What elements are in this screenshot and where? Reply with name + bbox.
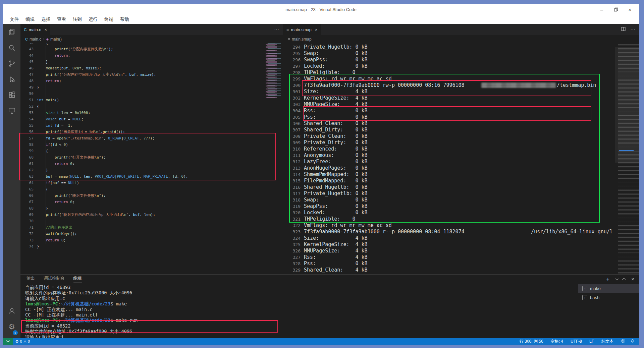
- symbol-icon: ◈: [46, 37, 49, 41]
- code-line: 64 if(buf == NULL): [20, 180, 283, 186]
- tab-main-smap[interactable]: ≡ main.smap ×: [283, 24, 321, 35]
- menu-item[interactable]: 选择: [38, 15, 54, 24]
- tab-main-c[interactable]: C main.c ×: [20, 24, 50, 35]
- line-number: 315: [283, 178, 301, 184]
- more-actions-icon[interactable]: ⋯: [630, 27, 636, 33]
- warning-count: 0: [28, 339, 30, 343]
- code-line: 71 //防止程序退出: [20, 224, 283, 231]
- code-editor-main-smap[interactable]: 294Private_Hugetlb: 0 kB295Swap: 0 kB296…: [283, 43, 639, 274]
- maximize-panel-icon[interactable]: [622, 278, 626, 281]
- terminal-output[interactable]: 当前应用id = 46393映射文件的内存地址:0x7fcc25a93000 大…: [20, 284, 578, 338]
- menu-item[interactable]: 帮助: [117, 15, 132, 24]
- line-number: 42: [20, 43, 34, 46]
- line-number: 47: [20, 71, 34, 78]
- terminal-instance-bash[interactable]: ›bash: [578, 293, 639, 302]
- line-number: 294: [283, 44, 301, 50]
- menu-item[interactable]: 运行: [85, 15, 101, 24]
- terminal-icon: ›: [582, 286, 587, 291]
- account-icon[interactable]: [3, 303, 20, 319]
- activity-bar: ⚙ 1: [3, 24, 20, 338]
- menu-item[interactable]: 终端: [101, 15, 117, 24]
- more-actions-icon[interactable]: ⋯: [274, 27, 279, 33]
- panel-tab[interactable]: 调试控制台: [44, 276, 65, 283]
- terminal-instance-make[interactable]: ›make: [578, 284, 639, 293]
- close-panel-icon[interactable]: ×: [631, 276, 634, 282]
- source-control-icon[interactable]: [3, 56, 20, 71]
- line-number: 313: [283, 165, 301, 171]
- terminal-line: lmos@lmos-PC:~/计算机基础/code/23$ make run: [25, 317, 578, 323]
- status-item[interactable]: UTF-8: [571, 339, 582, 344]
- search-icon[interactable]: [3, 40, 20, 56]
- line-number: 302: [283, 95, 301, 101]
- menu-bar: 文件编辑选择查看转到运行终端帮助: [3, 15, 639, 24]
- breadcrumb-right[interactable]: ≡ main.smap: [283, 35, 639, 43]
- panel-tab[interactable]: 终端: [73, 276, 82, 283]
- line-number: 66: [20, 192, 34, 199]
- settings-badge: 1: [13, 330, 18, 335]
- explorer-icon[interactable]: [3, 24, 20, 40]
- line-number: 306: [283, 120, 301, 127]
- code-line: 74}: [20, 243, 283, 250]
- tab-close-icon[interactable]: ×: [315, 27, 318, 32]
- menu-item[interactable]: 转到: [69, 15, 85, 24]
- restore-icon[interactable]: [609, 4, 623, 15]
- extensions-icon[interactable]: [3, 87, 20, 103]
- notifications-bell-icon[interactable]: [630, 339, 635, 344]
- breadcrumb-symbol[interactable]: main(): [50, 37, 62, 42]
- scrollbar[interactable]: [615, 47, 618, 163]
- minimap[interactable]: [266, 43, 281, 99]
- run-debug-icon[interactable]: [3, 71, 20, 87]
- code-line: 69 printf("映射文件的内存地址:%p 大小:%ld\n", buf, …: [20, 212, 283, 218]
- status-item[interactable]: 纯文本: [601, 339, 613, 344]
- tab-close-icon[interactable]: ×: [45, 27, 47, 32]
- line-number: 312: [283, 159, 301, 165]
- smap-line: 308Private_Clean: 0 kB: [283, 133, 639, 139]
- panel-tab[interactable]: 输出: [26, 276, 35, 283]
- line-number: 60: [20, 154, 34, 161]
- status-item[interactable]: 行 300, 列 56: [520, 339, 543, 344]
- mapped-file-path: /testmmap.bin: [557, 82, 596, 89]
- terminal-dropdown-icon[interactable]: [615, 277, 619, 280]
- breadcrumb-left[interactable]: C main.c › ◈ main(): [20, 35, 283, 43]
- menu-item[interactable]: 文件: [6, 15, 22, 24]
- minimap[interactable]: [618, 43, 639, 274]
- breadcrumb-file[interactable]: main.c: [30, 37, 41, 42]
- code-line: 67 return 0;: [20, 199, 283, 205]
- menu-item[interactable]: 编辑: [22, 15, 38, 24]
- split-editor-icon[interactable]: [621, 26, 626, 33]
- remote-explorer-icon[interactable]: [3, 103, 20, 119]
- breadcrumb-file[interactable]: main.smap: [292, 37, 312, 42]
- close-icon[interactable]: ×: [623, 4, 637, 15]
- terminal-line: CC -[M] 正在构建... main.elf: [25, 312, 578, 317]
- smap-line: 306Shared_Clean: 0 kB: [283, 120, 639, 127]
- problems-indicator[interactable]: ⊘ 0 △ 0: [13, 339, 33, 344]
- tab-label: main.smap: [291, 27, 312, 32]
- new-terminal-icon[interactable]: +: [606, 276, 609, 282]
- code-line: 54 void* buf = NULL;: [20, 116, 283, 122]
- status-item[interactable]: LF: [589, 339, 594, 344]
- status-item[interactable]: 空格: 4: [551, 339, 563, 344]
- settings-gear-icon[interactable]: ⚙ 1: [3, 319, 20, 335]
- line-number: 307: [283, 127, 301, 133]
- remote-indicator[interactable]: ><: [3, 338, 13, 345]
- terminal-instance-list: ›make›bash: [578, 284, 639, 338]
- redacted-region: [481, 83, 556, 88]
- smap-line: 3007f3fa9aaf000-7f3fa9ab0000 rw-p 000000…: [283, 82, 639, 89]
- code-line: 55 int fd = -1;: [20, 122, 283, 129]
- line-number: 317: [283, 190, 301, 197]
- feedback-smiley-icon[interactable]: [621, 339, 626, 344]
- code-line: 72 waitforKeyc();: [20, 231, 283, 237]
- line-number: 67: [20, 199, 34, 205]
- window-controls: – ×: [595, 4, 637, 15]
- minimize-icon[interactable]: –: [595, 4, 609, 15]
- status-bar: >< ⊘ 0 △ 0 行 300, 列 56空格: 4UTF-8LF纯文本: [3, 338, 639, 345]
- menu-item[interactable]: 查看: [54, 15, 69, 24]
- code-line: 65 {: [20, 186, 283, 192]
- code-line: 44 return;: [20, 52, 283, 59]
- code-editor-main-c[interactable]: 42 {43 printf("分配内存空间失败\n");44 return;45…: [20, 43, 283, 274]
- minimap-slider[interactable]: [618, 47, 639, 163]
- smap-line: 294Private_Hugetlb: 0 kB: [283, 44, 639, 50]
- line-number: 69: [20, 212, 34, 218]
- code-line: 66 printf("映射文件失败\n");: [20, 192, 283, 199]
- terminal-line: 映射文件的内存地址:0x7fcc25a93000 大小:4096: [25, 290, 578, 295]
